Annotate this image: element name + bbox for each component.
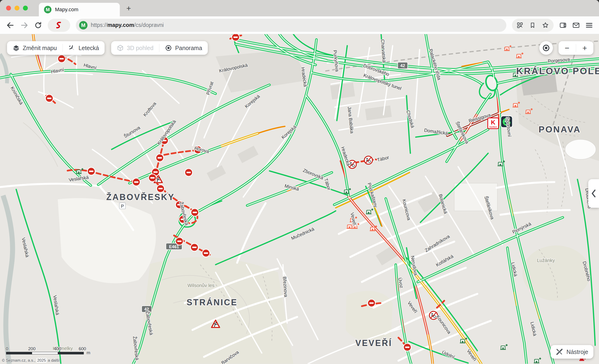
mail-icon[interactable]: [572, 22, 580, 29]
svg-text:42: 42: [400, 63, 405, 68]
side-panel-icon[interactable]: [559, 22, 567, 29]
road-closure-badge[interactable]: [156, 154, 164, 162]
toolbar-extensions-group: [512, 19, 554, 32]
cube-3d-icon: [117, 44, 124, 52]
road-closure-badge[interactable]: [368, 299, 375, 307]
close-window-button[interactable]: [6, 6, 11, 10]
panorama-button[interactable]: Panorama: [159, 44, 208, 52]
road-closure-badge[interactable]: [149, 174, 156, 182]
place-label: Wilsonův les: [187, 283, 214, 288]
zoom-out-button[interactable]: −: [558, 43, 576, 53]
map-attribution[interactable]: © Seznam.cz, a.s., 2025 a další: [2, 358, 59, 363]
road-closure-badge[interactable]: [176, 237, 183, 245]
map-mode-controls: Změnit mapu Letecká 3D pohled Panorama: [7, 41, 208, 55]
star-icon[interactable]: [542, 22, 549, 29]
map-viewport[interactable]: 42E46142PKKauflandHlavníHlavníKníničskáV…: [0, 34, 599, 364]
route-shield: 42: [398, 62, 408, 69]
svg-text:K: K: [491, 119, 495, 126]
svg-text:E461: E461: [169, 244, 179, 249]
qr-code-icon[interactable]: [517, 22, 523, 28]
svg-text:Kaufland: Kaufland: [490, 126, 497, 128]
open-panel-tab[interactable]: [588, 179, 599, 208]
tools-button[interactable]: Nástroje: [551, 345, 593, 359]
locate-me-button[interactable]: [539, 41, 553, 55]
road-closure-badge[interactable]: [157, 185, 165, 192]
scale-bar: [6, 352, 84, 355]
svg-text:P: P: [121, 204, 124, 209]
no-pedestrians-bikes-sign[interactable]: [364, 156, 372, 164]
district-label: VEVEŘÍ: [355, 338, 392, 348]
traffic-map-canvas[interactable]: 42E46142PKKauflandHlavníHlavníKníničskáV…: [0, 34, 599, 364]
road-closure-badge[interactable]: [190, 243, 198, 251]
browser-toolbar: M https://mapy.com/cs/dopravni: [0, 16, 599, 34]
district-label: PONAVA: [539, 124, 581, 134]
map-scale: 0 200 400 600 m: [6, 346, 86, 355]
district-label: ŽABOVŘESKY: [106, 192, 175, 202]
browser-tab[interactable]: M Mapy.com: [39, 3, 120, 16]
reload-button[interactable]: [34, 21, 42, 29]
tools-icon: [556, 348, 563, 355]
parking-icon[interactable]: P: [119, 203, 125, 209]
zoom-window-button[interactable]: [23, 6, 28, 10]
road-closure-badge[interactable]: [403, 343, 411, 351]
url-text: https://mapy.com/cs/dopravni: [91, 22, 164, 28]
road-closure-badge[interactable]: [87, 167, 95, 175]
mapy-site-icon: M: [79, 21, 88, 29]
map-zoom-controls: − +: [539, 41, 594, 55]
road-closure-badge[interactable]: [185, 169, 193, 176]
mapy-favicon: M: [44, 6, 52, 13]
airplane-icon: [68, 44, 75, 52]
tab-title: Mapy.com: [55, 7, 78, 13]
road-closure-badge[interactable]: [191, 209, 199, 217]
tools-label: Nástroje: [566, 348, 588, 355]
district-label: KRÁLOVO POLE: [516, 66, 599, 76]
road-closure-badge[interactable]: [45, 95, 53, 102]
seznam-logo-icon: [55, 21, 63, 29]
road-closure-badge[interactable]: [132, 178, 140, 186]
panorama-eye-icon: [165, 44, 172, 52]
back-button[interactable]: [6, 21, 15, 29]
zoom-in-button[interactable]: +: [576, 43, 593, 53]
district-label: STRÁNICE: [187, 298, 238, 307]
bookmark-icon[interactable]: [529, 22, 536, 28]
seznam-home-button[interactable]: [48, 19, 70, 32]
view-3d-button[interactable]: 3D pohled: [111, 44, 159, 52]
place-label: Lužánky: [537, 258, 555, 263]
menu-icon[interactable]: [585, 22, 593, 29]
browser-window: M Mapy.com + M https://mapy.com/cs/dopra…: [0, 0, 599, 364]
locate-icon: [542, 44, 550, 52]
chevron-left-icon: [591, 190, 596, 198]
forward-button[interactable]: [20, 21, 28, 29]
layers-icon: [13, 44, 20, 52]
minimize-window-button[interactable]: [15, 6, 19, 10]
url-bar[interactable]: M https://mapy.com/cs/dopravni: [76, 19, 506, 32]
road-closure-badge[interactable]: [232, 34, 239, 41]
window-controls: [6, 6, 28, 10]
new-tab-button[interactable]: +: [126, 4, 131, 12]
window-titlebar: M Mapy.com +: [0, 0, 599, 16]
change-map-button[interactable]: Změnit mapu: [7, 44, 62, 52]
road-closure-badge[interactable]: [58, 55, 66, 63]
road-closure-badge[interactable]: [202, 249, 210, 257]
kaufland-store-marker[interactable]: KKaufland: [488, 118, 499, 129]
aerial-view-button[interactable]: Letecká: [63, 44, 105, 52]
